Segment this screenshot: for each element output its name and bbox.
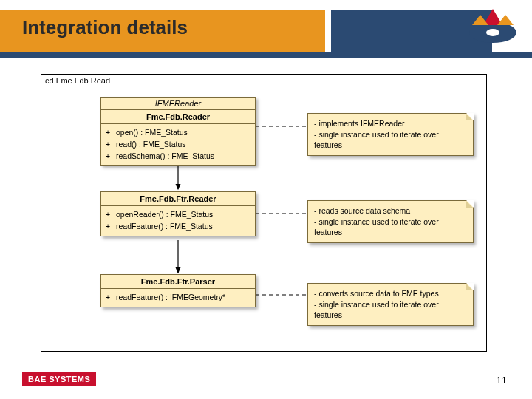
svg-point-4 — [486, 29, 499, 36]
uml-class-reader: IFMEReader Fme.Fdb.Reader +open() : FME_… — [100, 97, 256, 166]
uml-note-2: - reads source data schema - single inst… — [307, 200, 474, 243]
svg-marker-2 — [472, 15, 488, 25]
footer-brand-logo: BAE SYSTEMS — [22, 372, 96, 386]
page-number: 11 — [497, 375, 507, 386]
uml-class-name: Fme.Fdb.Reader — [101, 110, 255, 124]
uml-interface-label: IFMEReader — [101, 98, 255, 110]
uml-note-3: - converts source data to FME types - si… — [307, 283, 474, 326]
header-blue-bar — [0, 52, 532, 58]
uml-diagram-frame: cd Fme Fdb Read IFMEReader Fme.Fdb.Reade… — [41, 74, 487, 352]
uml-ops: +readFeature() : IFMEGeometry* — [101, 289, 255, 307]
uml-note-1: - implements IFMEReader - single instanc… — [307, 113, 474, 156]
uml-class-ftr-reader: Fme.Fdb.Ftr.Reader +openReader() : FME_S… — [100, 191, 256, 236]
uml-class-name: Fme.Fdb.Ftr.Reader — [101, 192, 255, 206]
uml-ops: +open() : FME_Status +read() : FME_Statu… — [101, 124, 255, 165]
svg-marker-3 — [497, 15, 514, 25]
uml-class-name: Fme.Fdb.Ftr.Parser — [101, 275, 255, 289]
uml-class-ftr-parser: Fme.Fdb.Ftr.Parser +readFeature() : IFME… — [100, 274, 256, 307]
fme-logo-icon — [466, 7, 520, 47]
uml-ops: +openReader() : FME_Status +readFeature(… — [101, 206, 255, 236]
diagram-tab: cd Fme Fdb Read — [41, 74, 116, 86]
page-title: Integration details — [22, 16, 188, 39]
